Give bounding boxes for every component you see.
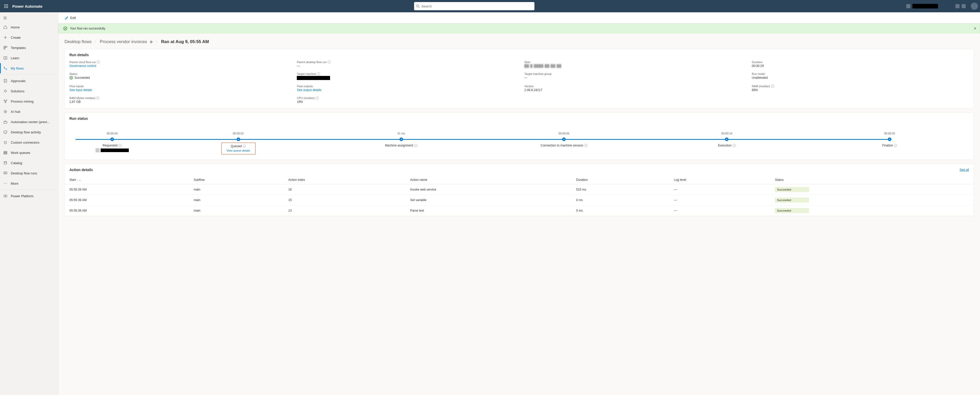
- cell-log: —: [670, 195, 770, 205]
- view-queue-link[interactable]: View queue details: [227, 149, 250, 152]
- environment-name-redacted[interactable]: [912, 4, 938, 8]
- sidebar-item-home[interactable]: Home: [0, 22, 58, 32]
- cell-subflow: main: [189, 195, 283, 205]
- info-icon[interactable]: i: [317, 72, 320, 75]
- sidebar-item-create[interactable]: Create: [0, 32, 58, 43]
- timeline-step-connection: 00:00:05 Connection to machine sessioni: [482, 132, 645, 154]
- svg-rect-8: [7, 7, 8, 8]
- sidebar-item-label: Create: [11, 36, 21, 40]
- breadcrumb-desktop-flows[interactable]: Desktop flows: [65, 39, 92, 44]
- app-launcher-icon[interactable]: [2, 2, 10, 10]
- breadcrumb-current: Ran at Aug 9, 05:55 AM: [161, 39, 209, 44]
- field-label: Version: [525, 85, 534, 88]
- chevron-right-icon: 〉: [94, 40, 97, 44]
- table-row[interactable]: 05:55:39 AM main 16 Invoke web service 5…: [65, 184, 974, 195]
- col-subflow[interactable]: Subflow: [189, 176, 283, 184]
- svg-point-28: [5, 111, 6, 112]
- sidebar-item-catalog[interactable]: Catalog: [0, 158, 58, 168]
- info-icon[interactable]: i: [96, 96, 99, 99]
- sidebar-item-learn[interactable]: Learn: [0, 53, 58, 63]
- sidebar-item-automation-center[interactable]: Automation center (previ...: [0, 117, 58, 127]
- sidebar-item-label: More: [11, 182, 18, 186]
- breadcrumb: Desktop flows 〉 Process vendor invoices …: [65, 39, 974, 44]
- avatar[interactable]: [971, 3, 978, 10]
- edit-button[interactable]: Edit: [65, 16, 76, 20]
- col-log[interactable]: Log level: [670, 176, 770, 184]
- sidebar-toggle[interactable]: [0, 14, 10, 22]
- sidebar-item-more[interactable]: ⋯More: [0, 178, 58, 189]
- table-row[interactable]: 05:55:38 AM main 13 Parse text 0 ms — Su…: [65, 205, 974, 216]
- sidebar-item-label: Learn: [11, 56, 19, 60]
- cell-index: 15: [284, 195, 406, 205]
- svg-rect-0: [4, 4, 5, 5]
- input-details-link[interactable]: See input details: [69, 88, 92, 92]
- svg-rect-35: [4, 162, 7, 164]
- close-icon[interactable]: ✕: [974, 26, 977, 30]
- see-all-link[interactable]: See all: [959, 168, 969, 171]
- run-details-title: Run details: [65, 49, 974, 61]
- action-details-card: Action details See all Start↓ ⌄ Subflow …: [65, 164, 974, 216]
- sidebar-item-templates[interactable]: Templates: [0, 43, 58, 53]
- info-icon[interactable]: i: [584, 144, 587, 147]
- timeline-step-finalize: 00:00:03 Finalizei: [808, 132, 971, 154]
- sidebar-item-solutions[interactable]: Solutions: [0, 86, 58, 96]
- field-label: Parent desktop flow run: [297, 61, 326, 64]
- col-start[interactable]: Start↓ ⌄: [65, 176, 189, 184]
- cell-index: 13: [284, 205, 406, 216]
- field-label: Start: [525, 61, 530, 64]
- output-details-link[interactable]: See output details: [297, 88, 321, 92]
- info-icon[interactable]: i: [771, 85, 774, 88]
- sidebar-item-approvals[interactable]: Approvals: [0, 76, 58, 86]
- target-machine-redacted: [297, 76, 330, 80]
- search-box[interactable]: [414, 2, 535, 10]
- search-input[interactable]: [421, 4, 532, 8]
- sidebar-item-label: Catalog: [11, 161, 22, 165]
- help-icon[interactable]: [962, 4, 966, 8]
- settings-icon[interactable]: [955, 4, 959, 8]
- sidebar-item-desktop-flow-runs[interactable]: Desktop flow runs: [0, 168, 58, 178]
- svg-rect-30: [4, 131, 7, 133]
- info-icon[interactable]: i: [243, 145, 246, 148]
- sidebar-item-label: AI hub: [11, 110, 21, 114]
- sidebar-item-ai-hub[interactable]: AI hub: [0, 106, 58, 117]
- sidebar-item-desktop-flow-activity[interactable]: Desktop flow activity: [0, 127, 58, 137]
- col-name[interactable]: Action name: [406, 176, 571, 184]
- svg-rect-18: [4, 48, 5, 49]
- sidebar-item-power-platform[interactable]: Power Platform: [0, 191, 58, 201]
- info-icon[interactable]: i: [97, 61, 100, 64]
- info-icon[interactable]: i: [733, 144, 736, 147]
- environment-icon[interactable]: [906, 4, 910, 8]
- field-label: Parent cloud flow run: [69, 61, 96, 64]
- info-icon[interactable]: i: [894, 144, 897, 147]
- parent-cloud-link[interactable]: Governance control: [69, 64, 96, 68]
- timeline-time: 00:00:02: [157, 132, 320, 135]
- sidebar-item-label: Custom connectors: [11, 141, 40, 144]
- table-row[interactable]: 05:55:39 AM main 15 Set variable 0 ms — …: [65, 195, 974, 205]
- svg-rect-17: [6, 46, 7, 48]
- pencil-icon: [65, 16, 68, 20]
- sidebar-item-process-mining[interactable]: Process mining: [0, 96, 58, 106]
- info-icon[interactable]: i: [328, 61, 331, 64]
- field-label: Flow inputs: [69, 85, 84, 88]
- svg-rect-38: [4, 195, 5, 197]
- cell-duration: 0 ms: [571, 205, 670, 216]
- timeline-time: 00:00:14: [645, 132, 808, 135]
- info-icon[interactable]: i: [414, 144, 417, 147]
- cell-start: 05:55:39 AM: [65, 195, 189, 205]
- svg-rect-4: [6, 6, 7, 7]
- col-duration[interactable]: Duration: [571, 176, 670, 184]
- col-status[interactable]: Status: [770, 176, 974, 184]
- info-icon[interactable]: i: [316, 96, 319, 99]
- cell-index: 16: [284, 184, 406, 195]
- check-circle-icon: [69, 76, 73, 80]
- field-label: CPU (median): [297, 96, 315, 99]
- field-value: 2,87 GB: [69, 100, 286, 104]
- sidebar-item-work-queues[interactable]: Work queues: [0, 147, 58, 158]
- svg-rect-32: [4, 151, 7, 152]
- sidebar-item-custom-connectors[interactable]: Custom connectors: [0, 137, 58, 147]
- sidebar-item-my-flows[interactable]: My flows: [0, 63, 58, 74]
- timeline-dot-icon: [399, 138, 403, 141]
- breadcrumb-flow-name[interactable]: Process vendor invoices: [100, 39, 147, 44]
- col-index[interactable]: Action index: [284, 176, 406, 184]
- info-icon[interactable]: i: [119, 144, 122, 147]
